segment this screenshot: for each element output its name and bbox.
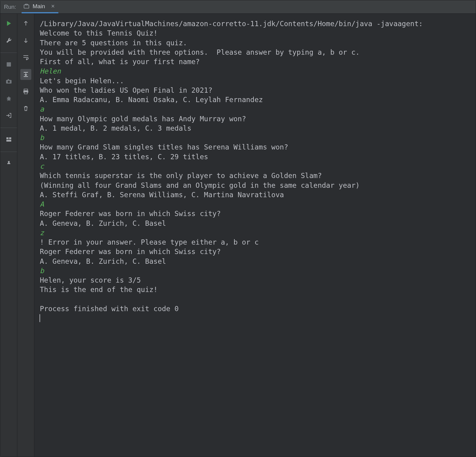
run-config-icon [23, 3, 29, 9]
console-output-line: A. Geneva, B. Zurich, C. Basel [40, 257, 473, 266]
console-output-line: This is the end of the quiz! [40, 285, 473, 294]
pin-button[interactable] [3, 158, 14, 169]
exit-button[interactable] [3, 110, 14, 121]
wrench-button[interactable] [3, 35, 14, 46]
soft-wrap-button[interactable] [20, 52, 31, 63]
console-output-line: Who won the ladies US Open Final in 2021… [40, 86, 473, 95]
console-output-line: How many Olympic gold medals has Andy Mu… [40, 114, 473, 124]
console-output-line: Which tennis superstar is the only playe… [40, 171, 473, 180]
console-output-line: (Winning all four Grand Slams and an Oly… [40, 181, 473, 190]
down-arrow-button[interactable] [20, 35, 31, 46]
run-tab-title: Main [33, 3, 45, 10]
console-output-line: Let's begin Helen... [40, 76, 473, 86]
run-body: /Library/Java/JavaVirtualMachines/amazon… [0, 14, 476, 457]
console-output-line: Roger Federer was born in which Swiss ci… [40, 209, 473, 218]
console-output-line: Process finished with exit code 0 [40, 304, 473, 314]
camera-button[interactable] [3, 76, 14, 87]
separator [0, 128, 17, 128]
console-output-line: /Library/Java/JavaVirtualMachines/amazon… [40, 19, 473, 29]
run-label: Run: [4, 4, 16, 10]
svg-rect-2 [7, 62, 11, 67]
console-cursor-line [40, 314, 473, 323]
svg-rect-10 [24, 89, 28, 91]
svg-point-4 [8, 81, 10, 83]
run-gutter-primary [0, 14, 17, 457]
console-output-line: ! Error in your answer. Please type eith… [40, 238, 473, 247]
trash-button[interactable] [20, 103, 31, 114]
svg-rect-9 [6, 140, 11, 142]
console-output[interactable]: /Library/Java/JavaVirtualMachines/amazon… [34, 14, 476, 457]
console-output-line: How many Grand Slam singles titles has S… [40, 143, 473, 152]
svg-rect-1 [25, 4, 28, 5]
console-input-line: A [40, 200, 473, 209]
bug-button[interactable] [3, 93, 14, 104]
console-output-line: A. Steffi Graf, B. Serena Williams, C. M… [40, 190, 473, 200]
console-output-line: A. Emma Radacanu, B. Naomi Osaka, C. Ley… [40, 95, 473, 105]
console-output-line: Roger Federer was born in which Swiss ci… [40, 247, 473, 256]
console-output-line: A. Geneva, B. Zurich, C. Basel [40, 219, 473, 228]
layout-button[interactable] [3, 134, 14, 145]
scroll-to-end-button[interactable] [20, 69, 31, 80]
console-output-line: A. 1 medal, B. 2 medals, C. 3 medals [40, 124, 473, 133]
up-arrow-button[interactable] [20, 18, 31, 29]
separator [0, 53, 17, 53]
stop-button[interactable] [3, 59, 14, 70]
console-output-line [40, 295, 473, 304]
console-input-line: b [40, 133, 473, 143]
separator [0, 152, 17, 152]
close-icon[interactable]: × [51, 3, 55, 10]
cursor-icon [40, 314, 40, 322]
run-header: Run: Main × [0, 0, 476, 14]
console-input-line: Helen [40, 67, 473, 76]
svg-rect-12 [24, 92, 27, 94]
svg-rect-0 [24, 5, 29, 8]
console-output-line: Helen, your score is 3/5 [40, 276, 473, 285]
console-output-line: Welcome to this Tennis Quiz! [40, 29, 473, 38]
console-output-line: There are 5 questions in this quiz. [40, 38, 473, 48]
run-tab-main[interactable]: Main × [22, 0, 58, 13]
console-output-line: First of all, what is your first name? [40, 57, 473, 67]
svg-rect-7 [6, 137, 9, 139]
console-output-line: A. 17 titles, B. 23 titles, C. 29 titles [40, 152, 473, 162]
svg-rect-5 [8, 79, 9, 80]
console-input-line: b [40, 266, 473, 276]
run-tool-window: Run: Main × [0, 0, 476, 457]
console-input-line: c [40, 162, 473, 171]
run-gutter-secondary [17, 14, 34, 457]
svg-rect-8 [9, 137, 11, 139]
console-output-line: You will be provided with three options.… [40, 48, 473, 57]
print-button[interactable] [20, 86, 31, 97]
console-input-line: a [40, 105, 473, 114]
rerun-button[interactable] [3, 18, 14, 29]
console-input-line: z [40, 228, 473, 238]
